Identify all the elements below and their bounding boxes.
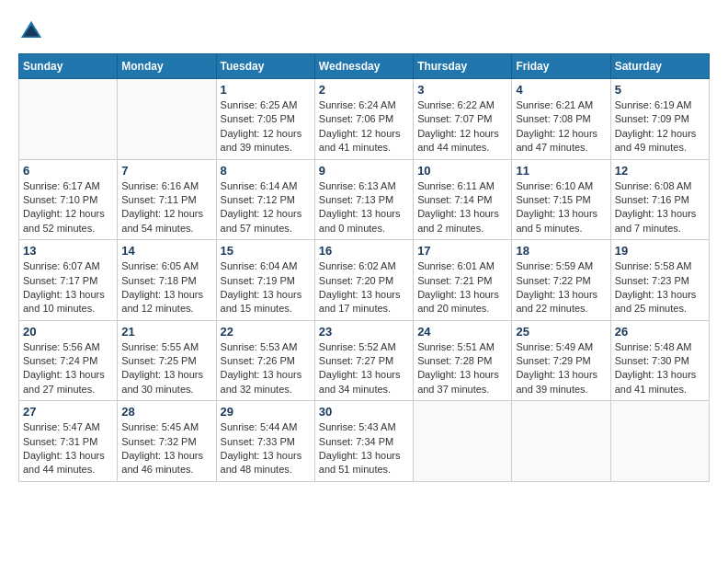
- day-number: 30: [319, 405, 409, 419]
- day-number: 5: [615, 83, 705, 97]
- day-number: 22: [221, 325, 311, 339]
- day-info: Sunrise: 6:25 AMSunset: 7:05 PMDaylight:…: [221, 98, 311, 155]
- weekday-header-saturday: Saturday: [610, 54, 709, 79]
- day-number: 3: [417, 83, 507, 97]
- calendar-cell: 5Sunrise: 6:19 AMSunset: 7:09 PMDaylight…: [610, 79, 709, 160]
- day-number: 21: [121, 325, 211, 339]
- calendar-cell: 13Sunrise: 6:07 AMSunset: 7:17 PMDayligh…: [19, 240, 118, 321]
- calendar-cell: 24Sunrise: 5:51 AMSunset: 7:28 PMDayligh…: [414, 320, 512, 401]
- day-number: 8: [221, 164, 311, 178]
- day-number: 26: [615, 325, 705, 339]
- page-header: [18, 18, 710, 44]
- calendar-cell: 26Sunrise: 5:48 AMSunset: 7:30 PMDayligh…: [610, 320, 709, 401]
- calendar-cell: 20Sunrise: 5:56 AMSunset: 7:24 PMDayligh…: [19, 320, 118, 401]
- calendar-cell: 2Sunrise: 6:24 AMSunset: 7:06 PMDaylight…: [314, 79, 413, 160]
- day-number: 27: [23, 405, 113, 419]
- day-number: 14: [121, 244, 211, 258]
- weekday-header-friday: Friday: [512, 54, 610, 79]
- calendar-cell: [118, 79, 216, 160]
- calendar-cell: 27Sunrise: 5:47 AMSunset: 7:31 PMDayligh…: [19, 401, 118, 482]
- day-number: 24: [417, 325, 507, 339]
- calendar-cell: 11Sunrise: 6:10 AMSunset: 7:15 PMDayligh…: [512, 159, 610, 240]
- day-info: Sunrise: 5:51 AMSunset: 7:28 PMDaylight:…: [417, 340, 507, 397]
- weekday-header-sunday: Sunday: [19, 54, 118, 79]
- day-info: Sunrise: 5:44 AMSunset: 7:33 PMDaylight:…: [221, 420, 311, 477]
- calendar-cell: 14Sunrise: 6:05 AMSunset: 7:18 PMDayligh…: [118, 240, 216, 321]
- weekday-header-row: SundayMondayTuesdayWednesdayThursdayFrid…: [19, 54, 710, 79]
- calendar-cell: 1Sunrise: 6:25 AMSunset: 7:05 PMDaylight…: [216, 79, 314, 160]
- calendar-cell: [19, 79, 118, 160]
- week-row-2: 6Sunrise: 6:17 AMSunset: 7:10 PMDaylight…: [19, 159, 710, 240]
- calendar-cell: 18Sunrise: 5:59 AMSunset: 7:22 PMDayligh…: [512, 240, 610, 321]
- day-number: 25: [516, 325, 606, 339]
- logo-icon: [18, 18, 44, 44]
- day-info: Sunrise: 5:56 AMSunset: 7:24 PMDaylight:…: [23, 340, 113, 397]
- weekday-header-tuesday: Tuesday: [216, 54, 314, 79]
- calendar-cell: 22Sunrise: 5:53 AMSunset: 7:26 PMDayligh…: [216, 320, 314, 401]
- calendar-cell: 7Sunrise: 6:16 AMSunset: 7:11 PMDaylight…: [118, 159, 216, 240]
- week-row-4: 20Sunrise: 5:56 AMSunset: 7:24 PMDayligh…: [19, 320, 710, 401]
- day-info: Sunrise: 6:05 AMSunset: 7:18 PMDaylight:…: [121, 259, 211, 316]
- day-info: Sunrise: 5:43 AMSunset: 7:34 PMDaylight:…: [319, 420, 409, 477]
- day-number: 11: [516, 164, 606, 178]
- day-number: 4: [516, 83, 606, 97]
- weekday-header-monday: Monday: [118, 54, 216, 79]
- day-info: Sunrise: 6:22 AMSunset: 7:07 PMDaylight:…: [417, 98, 507, 155]
- day-info: Sunrise: 5:47 AMSunset: 7:31 PMDaylight:…: [23, 420, 113, 477]
- calendar-cell: 12Sunrise: 6:08 AMSunset: 7:16 PMDayligh…: [610, 159, 709, 240]
- day-info: Sunrise: 6:17 AMSunset: 7:10 PMDaylight:…: [23, 179, 113, 236]
- day-number: 16: [319, 244, 409, 258]
- day-info: Sunrise: 6:02 AMSunset: 7:20 PMDaylight:…: [319, 259, 409, 316]
- day-info: Sunrise: 5:58 AMSunset: 7:23 PMDaylight:…: [615, 259, 705, 316]
- day-number: 12: [615, 164, 705, 178]
- day-info: Sunrise: 5:45 AMSunset: 7:32 PMDaylight:…: [121, 420, 211, 477]
- calendar-cell: 30Sunrise: 5:43 AMSunset: 7:34 PMDayligh…: [314, 401, 413, 482]
- day-info: Sunrise: 6:14 AMSunset: 7:12 PMDaylight:…: [221, 179, 311, 236]
- calendar-cell: [512, 401, 610, 482]
- day-info: Sunrise: 5:49 AMSunset: 7:29 PMDaylight:…: [516, 340, 606, 397]
- day-info: Sunrise: 6:13 AMSunset: 7:13 PMDaylight:…: [319, 179, 409, 236]
- day-number: 20: [23, 325, 113, 339]
- day-number: 19: [615, 244, 705, 258]
- day-number: 2: [319, 83, 409, 97]
- day-info: Sunrise: 6:16 AMSunset: 7:11 PMDaylight:…: [121, 179, 211, 236]
- week-row-5: 27Sunrise: 5:47 AMSunset: 7:31 PMDayligh…: [19, 401, 710, 482]
- weekday-header-thursday: Thursday: [414, 54, 512, 79]
- calendar-cell: 17Sunrise: 6:01 AMSunset: 7:21 PMDayligh…: [414, 240, 512, 321]
- day-number: 13: [23, 244, 113, 258]
- day-info: Sunrise: 5:53 AMSunset: 7:26 PMDaylight:…: [221, 340, 311, 397]
- day-info: Sunrise: 6:04 AMSunset: 7:19 PMDaylight:…: [221, 259, 311, 316]
- calendar-cell: 8Sunrise: 6:14 AMSunset: 7:12 PMDaylight…: [216, 159, 314, 240]
- day-number: 10: [417, 164, 507, 178]
- calendar-cell: 9Sunrise: 6:13 AMSunset: 7:13 PMDaylight…: [314, 159, 413, 240]
- day-number: 17: [417, 244, 507, 258]
- week-row-1: 1Sunrise: 6:25 AMSunset: 7:05 PMDaylight…: [19, 79, 710, 160]
- calendar-cell: [610, 401, 709, 482]
- day-info: Sunrise: 6:19 AMSunset: 7:09 PMDaylight:…: [615, 98, 705, 155]
- day-number: 1: [221, 83, 311, 97]
- day-number: 28: [121, 405, 211, 419]
- calendar-cell: 25Sunrise: 5:49 AMSunset: 7:29 PMDayligh…: [512, 320, 610, 401]
- day-info: Sunrise: 6:24 AMSunset: 7:06 PMDaylight:…: [319, 98, 409, 155]
- day-info: Sunrise: 6:01 AMSunset: 7:21 PMDaylight:…: [417, 259, 507, 316]
- calendar-cell: 6Sunrise: 6:17 AMSunset: 7:10 PMDaylight…: [19, 159, 118, 240]
- day-info: Sunrise: 5:52 AMSunset: 7:27 PMDaylight:…: [319, 340, 409, 397]
- calendar-cell: 15Sunrise: 6:04 AMSunset: 7:19 PMDayligh…: [216, 240, 314, 321]
- day-number: 15: [221, 244, 311, 258]
- day-number: 23: [319, 325, 409, 339]
- day-number: 29: [221, 405, 311, 419]
- calendar-cell: 28Sunrise: 5:45 AMSunset: 7:32 PMDayligh…: [118, 401, 216, 482]
- calendar-cell: 10Sunrise: 6:11 AMSunset: 7:14 PMDayligh…: [414, 159, 512, 240]
- day-number: 9: [319, 164, 409, 178]
- day-info: Sunrise: 5:48 AMSunset: 7:30 PMDaylight:…: [615, 340, 705, 397]
- week-row-3: 13Sunrise: 6:07 AMSunset: 7:17 PMDayligh…: [19, 240, 710, 321]
- day-info: Sunrise: 6:08 AMSunset: 7:16 PMDaylight:…: [615, 179, 705, 236]
- day-number: 18: [516, 244, 606, 258]
- calendar-cell: 21Sunrise: 5:55 AMSunset: 7:25 PMDayligh…: [118, 320, 216, 401]
- calendar-cell: [414, 401, 512, 482]
- calendar-cell: 29Sunrise: 5:44 AMSunset: 7:33 PMDayligh…: [216, 401, 314, 482]
- calendar-cell: 16Sunrise: 6:02 AMSunset: 7:20 PMDayligh…: [314, 240, 413, 321]
- day-number: 7: [121, 164, 211, 178]
- day-info: Sunrise: 6:07 AMSunset: 7:17 PMDaylight:…: [23, 259, 113, 316]
- day-info: Sunrise: 6:11 AMSunset: 7:14 PMDaylight:…: [417, 179, 507, 236]
